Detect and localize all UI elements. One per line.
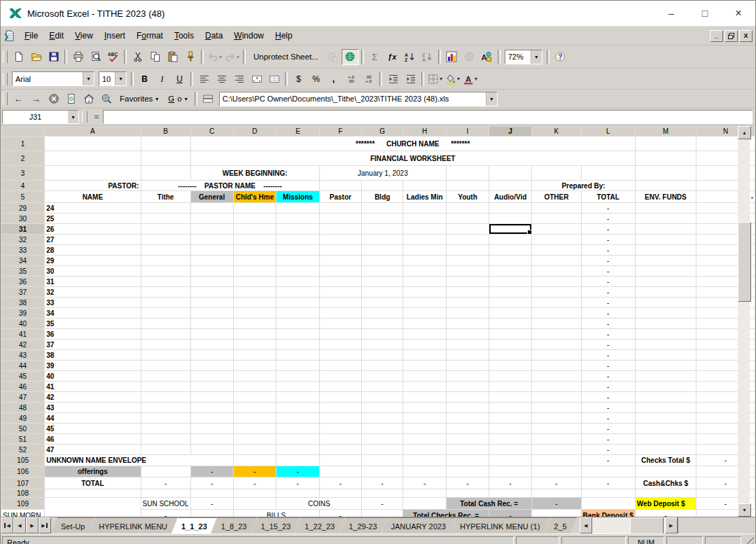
cell-K52[interactable] xyxy=(532,445,581,455)
sheet-tab-1-1-23[interactable]: 1_1_23 xyxy=(172,517,217,533)
cell-K105[interactable] xyxy=(532,455,581,466)
cell-C35[interactable] xyxy=(190,266,233,277)
cell-F107[interactable]: - xyxy=(319,477,362,489)
cell-D108[interactable] xyxy=(233,489,276,498)
cell-M37[interactable] xyxy=(635,287,696,298)
cell-A47[interactable]: 42 xyxy=(45,392,141,403)
format-painter-icon[interactable] xyxy=(181,49,199,65)
home-icon[interactable] xyxy=(80,91,97,107)
cell-C51[interactable] xyxy=(190,434,233,445)
cell-C46[interactable] xyxy=(190,382,233,392)
cell-D51[interactable] xyxy=(233,434,276,445)
cell-J50[interactable] xyxy=(489,424,531,434)
cell-C42[interactable] xyxy=(190,340,233,350)
cell-I48[interactable] xyxy=(447,403,489,413)
cell-F51[interactable] xyxy=(319,434,362,445)
spelling-icon[interactable]: ABC xyxy=(104,49,122,65)
cell-L3[interactable] xyxy=(581,166,635,181)
unprotect-sheet-button[interactable]: Unprotect Sheet... xyxy=(248,49,324,64)
cell-J30[interactable] xyxy=(489,214,531,224)
cell-K107[interactable]: - xyxy=(532,477,581,489)
cell-K49[interactable] xyxy=(532,413,581,424)
cell-E50[interactable] xyxy=(276,424,319,434)
cell-I46[interactable] xyxy=(447,382,489,392)
cell-D110[interactable] xyxy=(190,510,233,517)
cell-G45[interactable] xyxy=(362,371,403,382)
cell-F45[interactable] xyxy=(319,371,362,382)
sheet-tab-1-15-23[interactable]: 1_15_23 xyxy=(251,517,300,533)
cell-G48[interactable] xyxy=(362,403,403,413)
cell-F4[interactable] xyxy=(319,181,362,191)
cell-L50[interactable]: - xyxy=(581,424,635,434)
cell-E110[interactable]: BILLS xyxy=(233,510,319,517)
cell-M107[interactable]: Cash&Chks $ xyxy=(635,477,696,489)
column-header-K[interactable]: K xyxy=(532,127,581,137)
cell-H35[interactable] xyxy=(403,266,447,277)
menu-edit[interactable]: Edit xyxy=(43,29,69,43)
cell-F40[interactable] xyxy=(319,319,362,329)
cell-D109[interactable] xyxy=(233,498,276,510)
cell-D46[interactable] xyxy=(233,382,276,392)
cell-F33[interactable] xyxy=(319,245,362,256)
cell-E5[interactable]: Missions xyxy=(276,191,319,203)
cell-C37[interactable] xyxy=(190,287,233,298)
row-header-31[interactable]: 31 xyxy=(1,224,45,235)
cell-M48[interactable] xyxy=(635,403,696,413)
cell-L38[interactable]: - xyxy=(581,298,635,308)
cell-I45[interactable] xyxy=(447,371,489,382)
first-sheet-button[interactable]: ◀ xyxy=(1,517,13,533)
cell-B38[interactable] xyxy=(141,298,190,308)
cell-G41[interactable] xyxy=(362,329,403,340)
cell-I51[interactable] xyxy=(447,434,489,445)
font-name-combo[interactable]: Arial▾ xyxy=(12,71,94,86)
cell-J33[interactable] xyxy=(489,245,531,256)
row-header-105[interactable]: 105 xyxy=(1,455,45,466)
cell-B33[interactable] xyxy=(141,245,190,256)
cell-H106[interactable] xyxy=(403,466,447,477)
cell-C41[interactable] xyxy=(190,329,233,340)
cell-D29[interactable] xyxy=(233,203,276,214)
sheet-tab-1-8-23[interactable]: 1_8_23 xyxy=(211,517,257,533)
cell-A39[interactable]: 34 xyxy=(45,308,141,319)
menu-help[interactable]: Help xyxy=(270,29,298,43)
cell-C38[interactable] xyxy=(190,298,233,308)
cell-B34[interactable] xyxy=(141,256,190,266)
cell-M110[interactable]: Bank Deposit $ xyxy=(581,510,635,517)
cell-G105[interactable] xyxy=(362,455,403,466)
cell-B35[interactable] xyxy=(141,266,190,277)
cell-C48[interactable] xyxy=(190,403,233,413)
cell-J35[interactable] xyxy=(489,266,531,277)
increase-decimal-icon[interactable]: +.0.00 xyxy=(342,71,360,87)
cell-G33[interactable] xyxy=(362,245,403,256)
bold-icon[interactable]: B xyxy=(136,71,153,87)
cell-L32[interactable]: - xyxy=(581,235,635,245)
cell-D39[interactable] xyxy=(233,308,276,319)
cell-G37[interactable] xyxy=(362,287,403,298)
cell-C1[interactable]: ******* CHURCH NAME ******* xyxy=(190,137,635,151)
cell-I40[interactable] xyxy=(447,319,489,329)
cell-D35[interactable] xyxy=(233,266,276,277)
cell-K45[interactable] xyxy=(532,371,581,382)
cell-L45[interactable]: - xyxy=(581,371,635,382)
cell-C39[interactable] xyxy=(190,308,233,319)
cell-B48[interactable] xyxy=(141,403,190,413)
cell-E29[interactable] xyxy=(276,203,319,214)
row-header-30[interactable]: 30 xyxy=(1,214,45,224)
cell-D31[interactable] xyxy=(233,224,276,235)
cell-M33[interactable] xyxy=(635,245,696,256)
cell-G52[interactable] xyxy=(362,445,403,455)
cell-A42[interactable]: 37 xyxy=(45,340,141,350)
cell-A45[interactable]: 40 xyxy=(45,371,141,382)
cell-B39[interactable] xyxy=(141,308,190,319)
cell-D43[interactable] xyxy=(233,350,276,361)
cell-H29[interactable] xyxy=(403,203,447,214)
vertical-scrollbar[interactable]: ▲ ▼ xyxy=(738,126,750,517)
cell-A46[interactable]: 41 xyxy=(45,382,141,392)
sort-ascending-icon[interactable]: AZ xyxy=(401,49,419,65)
cell-C44[interactable] xyxy=(190,361,233,371)
cell-B5[interactable]: Tithe xyxy=(141,191,190,203)
cell-L37[interactable]: - xyxy=(581,287,635,298)
row-header-49[interactable]: 49 xyxy=(1,413,45,424)
cell-J29[interactable] xyxy=(489,203,531,214)
next-sheet-button[interactable]: ▶ xyxy=(26,517,38,533)
